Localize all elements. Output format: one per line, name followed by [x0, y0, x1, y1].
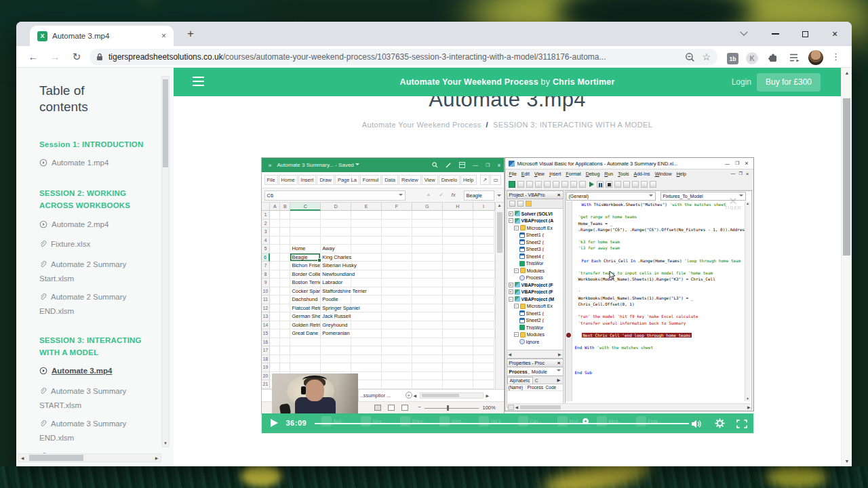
excel-vertical-scrollbar[interactable]: ▲ — [495, 203, 504, 389]
column-header-C[interactable]: C — [290, 203, 321, 211]
vba-tool-help[interactable] — [650, 181, 656, 188]
object-dropdown[interactable]: (General) — [566, 192, 656, 201]
cell-D5[interactable]: Away — [321, 245, 351, 253]
fullscreen-icon[interactable] — [736, 419, 747, 431]
vba-tool-save[interactable] — [526, 181, 533, 188]
cell-H3[interactable] — [443, 228, 473, 237]
cell-B10[interactable] — [280, 287, 290, 296]
vba-menu-debug[interactable]: Debug — [586, 171, 600, 176]
toc-item[interactable]: Fixture.xlsx — [39, 238, 153, 252]
cell-I8[interactable] — [473, 270, 495, 279]
volume-icon[interactable] — [692, 419, 702, 431]
cell-G19[interactable] — [412, 363, 443, 372]
vba-menu-add-ins[interactable]: Add-Ins — [633, 171, 650, 176]
cell-F20[interactable] — [382, 372, 412, 381]
excel-maximize-icon[interactable]: ❐ — [486, 163, 490, 168]
cell-F21[interactable] — [382, 380, 412, 389]
cell-G7[interactable] — [412, 262, 443, 270]
project-tree-item[interactable]: Sheet2 ( — [507, 239, 563, 246]
project-tree-item[interactable]: +VBAProject (F — [507, 281, 563, 289]
project-tree[interactable]: +Solver (SOLVI−VBAProject (A−Microsoft E… — [507, 209, 564, 350]
cell-G9[interactable] — [412, 279, 443, 287]
cell-G8[interactable] — [412, 270, 443, 279]
cell-I12[interactable] — [473, 304, 495, 313]
column-header-I[interactable]: I — [473, 203, 495, 211]
cell-A13[interactable] — [270, 312, 280, 321]
cell-G10[interactable] — [412, 287, 443, 296]
cell-value-box[interactable]: Beagle — [464, 190, 494, 201]
vba-tool-properties-window[interactable] — [632, 181, 639, 188]
tree-expand-icon[interactable]: + — [509, 283, 513, 287]
cell-G16[interactable] — [412, 338, 443, 347]
cell-F14[interactable] — [382, 321, 412, 330]
toc-item[interactable]: Automate 3 Summary END.xlsm — [39, 418, 153, 444]
cell-F15[interactable] — [382, 329, 412, 338]
tree-expand-icon[interactable]: − — [514, 332, 519, 337]
vba-menu-help[interactable]: Help — [677, 171, 686, 176]
cell-I20[interactable] — [473, 372, 495, 381]
code-editor[interactable]: With ThisWorkbook.Sheets("Matches") 'wit… — [574, 201, 745, 401]
page-break-view-icon[interactable] — [401, 405, 408, 411]
select-all-corner[interactable] — [262, 203, 271, 211]
cell-A10[interactable] — [270, 287, 280, 296]
cell-C4[interactable] — [290, 237, 321, 245]
cell-B15[interactable] — [280, 329, 290, 338]
cell-A17[interactable] — [270, 346, 280, 355]
zoom-out-icon[interactable] — [685, 52, 695, 62]
cell-I17[interactable] — [473, 346, 495, 355]
vba-tool-reset[interactable] — [606, 181, 612, 188]
back-button[interactable]: ← — [24, 49, 42, 65]
row-header-12[interactable]: 12 — [262, 304, 271, 313]
cell-E4[interactable] — [351, 237, 382, 245]
project-tree-item[interactable]: Sheet3 ( — [507, 246, 563, 253]
vba-tool-undo[interactable] — [570, 181, 577, 188]
settings-gear-icon[interactable] — [715, 418, 725, 431]
cell-A2[interactable] — [270, 220, 280, 228]
tab-scroll-icon[interactable]: ▶ — [555, 377, 563, 384]
vba-menu-format[interactable]: Format — [566, 171, 580, 176]
cell-C16[interactable] — [290, 338, 321, 347]
cell-A11[interactable] — [270, 296, 280, 304]
project-tree-item[interactable]: Ignore — [507, 338, 563, 346]
cell-E9[interactable] — [351, 279, 382, 287]
cell-F1[interactable] — [382, 211, 412, 220]
cell-G18[interactable] — [412, 355, 443, 364]
profile-avatar[interactable] — [808, 50, 823, 65]
cell-F8[interactable] — [382, 270, 412, 279]
cell-B8[interactable] — [280, 270, 290, 279]
cell-G21[interactable] — [412, 380, 443, 389]
cell-D11[interactable]: Poodle — [321, 296, 351, 304]
cell-H20[interactable] — [443, 372, 473, 381]
search-icon[interactable] — [432, 162, 438, 168]
cell-H7[interactable] — [443, 262, 473, 270]
cell-H8[interactable] — [443, 270, 473, 279]
cell-G6[interactable] — [412, 253, 443, 262]
cell-G12[interactable] — [412, 304, 443, 313]
tree-expand-icon[interactable]: − — [509, 218, 513, 223]
bookmark-star-icon[interactable]: ☆ — [702, 52, 711, 62]
tab-close-icon[interactable]: × — [159, 31, 168, 41]
video-player[interactable]: » Automate 3 Summary... - Saved — ❐ × — [262, 158, 753, 433]
project-tree-item[interactable]: −Microsoft Ex — [507, 303, 563, 310]
cell-B17[interactable] — [280, 346, 290, 355]
add-sheet-icon[interactable]: + — [406, 392, 412, 399]
cell-F3[interactable] — [382, 228, 412, 237]
cell-I16[interactable] — [473, 338, 495, 347]
row-header-8[interactable]: 8 — [262, 270, 271, 279]
vba-tool-view-excel[interactable] — [509, 181, 515, 188]
formula-expand-chevron-icon[interactable] — [497, 195, 501, 199]
forward-button[interactable]: → — [46, 49, 64, 65]
column-header-H[interactable]: H — [443, 203, 473, 211]
row-header-9[interactable]: 9 — [262, 279, 271, 287]
cell-A16[interactable] — [270, 338, 280, 347]
column-header-A[interactable]: A — [270, 203, 280, 211]
cell-D18[interactable] — [321, 355, 351, 364]
cell-C11[interactable]: Dachshund — [290, 296, 321, 304]
cell-H10[interactable] — [443, 287, 473, 296]
cell-E13[interactable] — [351, 312, 382, 321]
row-header-1[interactable]: 1 — [262, 211, 271, 220]
cell-C9[interactable]: Boston Terrier — [290, 279, 321, 287]
cell-I3[interactable] — [473, 228, 495, 237]
cell-C3[interactable] — [290, 228, 321, 237]
cell-F10[interactable] — [382, 287, 412, 296]
